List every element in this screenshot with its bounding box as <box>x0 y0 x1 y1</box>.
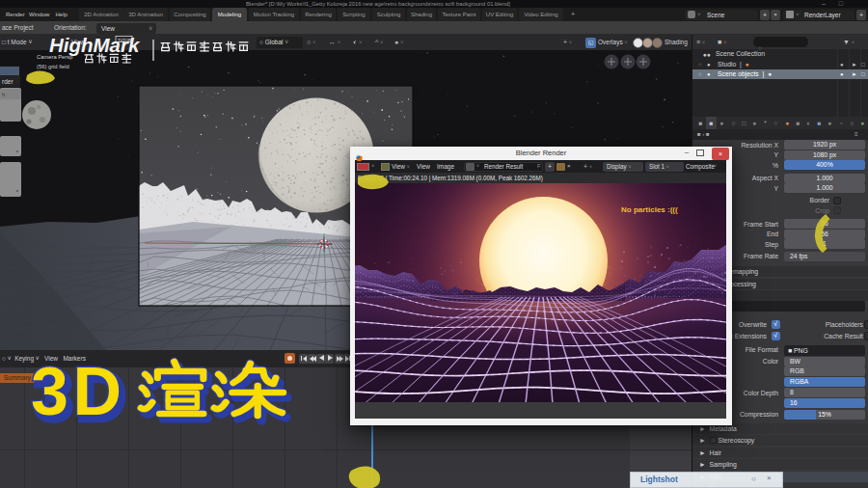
svg-text:3D: 3D <box>31 354 125 429</box>
svg-text:rder: rder <box>2 78 14 85</box>
svg-text:TUTOR: TUTOR <box>118 38 131 42</box>
svg-text:h: h <box>2 92 5 97</box>
svg-text:No particles :(((: No particles :((( <box>621 205 678 214</box>
